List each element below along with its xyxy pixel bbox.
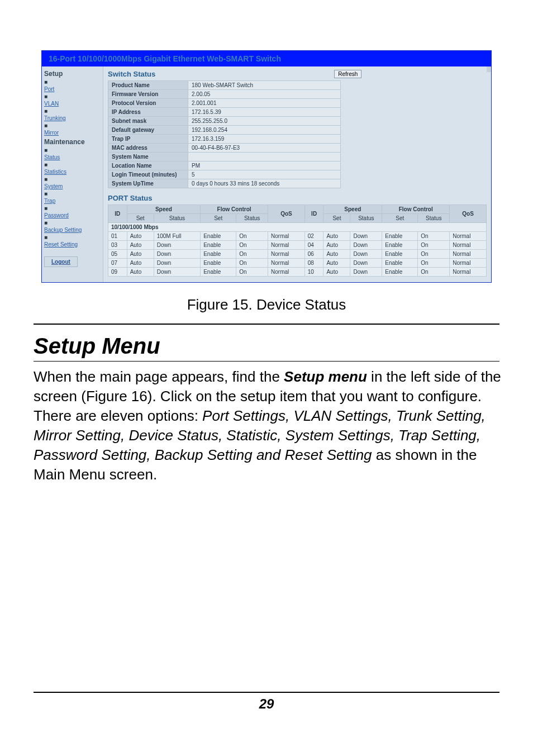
port-fc-status: On [236,250,268,259]
kv-row: System Name [108,153,341,161]
sidebar-item-statistics[interactable]: Statistics [44,169,101,175]
sidebar-item-password[interactable]: Password [44,212,101,218]
port-speed-status: Down [154,259,201,268]
port-id: 08 [304,259,323,268]
kv-key: MAC address [108,144,188,153]
port-fc-set: Enable [201,268,236,277]
port-speed-set: Auto [323,232,350,241]
heading-setup-menu: Setup Menu [34,334,533,359]
port-qos: Normal [268,259,305,268]
sidebar-item-trunking[interactable]: Trunking [44,115,101,121]
kv-key: System UpTime [108,179,188,188]
port-fc-status: On [236,232,268,241]
kv-row: IP Address172.16.5.39 [108,108,341,117]
scrollbar-up[interactable] [487,66,491,72]
kv-value [188,153,341,161]
port-fc-set: Enable [382,268,418,277]
port-band-row: 10/100/1000 Mbps [108,223,487,232]
port-speed-set: Auto [323,259,350,268]
port-id: 06 [304,250,323,259]
table-row: 05AutoDownEnableOnNormal06AutoDownEnable… [108,250,487,259]
kv-row: Login Timeout (minutes)5 [108,170,341,179]
screenshot: 16-Port 10/100/1000Mbps Gigabit Ethernet… [41,50,492,283]
kv-value: 180 Web-SMART Switch [188,81,341,90]
port-speed-status: Down [154,250,201,259]
port-qos: Normal [268,250,305,259]
col-flow-set-r: Set [382,214,418,223]
kv-value: 2.001.001 [188,99,341,108]
port-qos: Normal [268,268,305,277]
kv-value: 192.168.0.254 [188,126,341,135]
col-speed: Speed [127,205,201,214]
kv-key: Location Name [108,161,188,170]
port-speed-status: Down [350,268,382,277]
kv-row: System UpTime0 days 0 hours 33 mins 18 s… [108,179,341,188]
port-qos: Normal [450,241,487,250]
page-number: 29 [259,696,274,711]
port-fc-status: On [418,241,450,250]
switch-status-title: Switch Status [108,70,155,78]
window-title: 16-Port 10/100/1000Mbps Gigabit Ethernet… [42,51,491,66]
port-speed-status: 100M Full [154,232,201,241]
sidebar-item-status[interactable]: Status [44,154,101,160]
sidebar-item-reset[interactable]: Reset Setting [44,241,101,248]
kv-key: Default gateway [108,126,188,135]
port-fc-status: On [418,259,450,268]
kv-value: 5 [188,170,341,179]
port-id: 03 [108,241,127,250]
kv-row: Firmware Version2.00.05 [108,90,341,99]
col-id-r: ID [304,205,323,223]
sidebar-item-mirror[interactable]: Mirror [44,130,101,136]
port-id: 09 [108,268,127,277]
port-speed-status: Down [350,250,382,259]
col-speed-r: Speed [323,205,382,214]
port-speed-set: Auto [323,241,350,250]
port-fc-status: On [418,250,450,259]
refresh-button[interactable]: Refresh [334,70,361,78]
port-band-label: 10/100/1000 Mbps [108,223,487,232]
sidebar-item-backup[interactable]: Backup Setting [44,227,101,233]
port-speed-set: Auto [127,259,154,268]
kv-row: Protocol Version2.001.001 [108,99,341,108]
table-row: 03AutoDownEnableOnNormal04AutoDownEnable… [108,241,487,250]
port-fc-set: Enable [382,259,418,268]
port-fc-set: Enable [201,232,236,241]
p-text-bold: Setup menu [284,368,367,385]
port-fc-status: On [236,259,268,268]
sidebar-item-vlan[interactable]: VLAN [44,101,101,107]
kv-value: 255.255.255.0 [188,117,341,126]
port-id: 10 [304,268,323,277]
port-speed-set: Auto [127,232,154,241]
sidebar-heading-maintenance: Maintenance [44,138,101,146]
sidebar: Setup ■Port ■VLAN ■Trunking ■Mirror Main… [42,66,103,282]
port-id: 01 [108,232,127,241]
kv-row: Subnet mask255.255.255.0 [108,117,341,126]
port-fc-status: On [418,232,450,241]
port-id: 04 [304,241,323,250]
sidebar-item-trap[interactable]: Trap [44,198,101,204]
p-text: When the main page appears, find the [34,368,284,385]
table-row: 07AutoDownEnableOnNormal08AutoDownEnable… [108,259,487,268]
port-fc-set: Enable [382,241,418,250]
kv-row: Default gateway192.168.0.254 [108,126,341,135]
kv-key: Login Timeout (minutes) [108,170,188,179]
kv-value: 172.16.5.39 [188,108,341,117]
sidebar-item-port[interactable]: Port [44,86,101,92]
sidebar-heading-setup: Setup [44,70,101,78]
port-qos: Normal [450,232,487,241]
port-speed-set: Auto [323,268,350,277]
logout-button[interactable]: Logout [44,256,78,267]
port-status-table: ID Speed Flow Control QoS ID Speed Flow … [108,205,487,277]
kv-value: 00-40-F4-B6-97-E3 [188,144,341,153]
port-fc-set: Enable [201,259,236,268]
port-fc-status: On [418,268,450,277]
col-flow-status-r: Status [418,214,450,223]
kv-key: Trap IP [108,135,188,144]
switch-status-table: Product Name180 Web-SMART SwitchFirmware… [108,80,341,188]
port-speed-status: Down [350,232,382,241]
kv-key: System Name [108,153,188,161]
col-flow-set: Set [201,214,236,223]
sidebar-item-system[interactable]: System [44,183,101,189]
col-flow: Flow Control [201,205,268,214]
port-qos: Normal [450,268,487,277]
